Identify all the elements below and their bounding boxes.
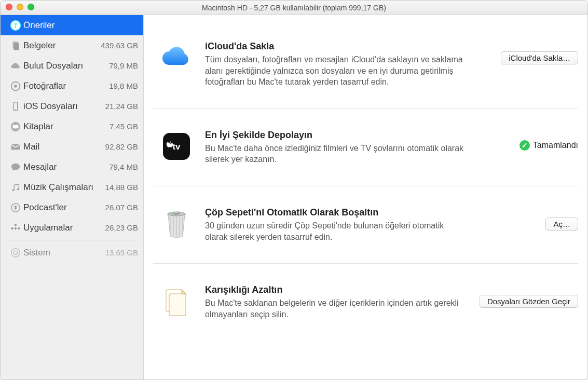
- recommendation-title: En İyi Şekilde Depolayın: [205, 130, 464, 141]
- recommendation-row: tvEn İyi Şekilde DepolayınBu Mac'te daha…: [153, 109, 578, 186]
- sidebar-item-belgeler[interactable]: Belgeler439,63 GB: [1, 35, 143, 56]
- sidebar-item-size: 14,88 GB: [105, 183, 138, 192]
- sidebar-item-size: 26,23 GB: [105, 223, 138, 232]
- sidebar-item-label: Belgeler: [23, 40, 101, 51]
- recommendation-title: Çöp Sepeti'ni Otomatik Olarak Boşaltın: [205, 207, 464, 218]
- sidebar-item-mail[interactable]: Mail92,82 GB: [1, 137, 143, 157]
- recommendations-content: iCloud'da SaklaTüm dosyaları, fotoğrafla…: [144, 15, 587, 379]
- recommendation-title: Karışıklığı Azaltın: [205, 284, 464, 295]
- status-label: Tamamlandı: [533, 141, 578, 150]
- books-icon: [8, 121, 23, 132]
- trash-icon: [158, 207, 195, 240]
- mail-icon: [8, 141, 23, 153]
- sidebar-item-label: Uygulamalar: [23, 223, 105, 233]
- recommendation-action: Aç…: [474, 207, 578, 230]
- sidebar-item-size: 19,8 MB: [109, 82, 138, 90]
- sidebar-item-foto-raflar[interactable]: Fotoğraflar19,8 MB: [1, 76, 143, 96]
- recommendation-body: En İyi Şekilde DepolayınBu Mac'te daha ö…: [205, 130, 464, 165]
- recommendation-button[interactable]: iCloud'da Sakla…: [501, 51, 578, 64]
- recommendation-action: Dosyaları Gözden Geçir: [474, 284, 578, 308]
- titlebar[interactable]: Macintosh HD - 5,27 GB kullanılabilir (t…: [1, 1, 587, 15]
- sidebar-item-label: iOS Dosyaları: [23, 101, 105, 112]
- zoom-window-button[interactable]: [28, 4, 34, 10]
- sidebar-item-label: Fotoğraflar: [23, 81, 109, 91]
- sidebar-item-size: 13,69 GB: [105, 248, 138, 257]
- sidebar-item-m-zik-al-malar-[interactable]: Müzik Çalışmaları14,88 GB: [1, 177, 143, 197]
- sidebar-item-label: Öneriler: [23, 20, 138, 31]
- sidebar-item-size: 26,07 GB: [105, 203, 138, 212]
- sidebar-item-size: 92,82 GB: [105, 142, 138, 151]
- sidebar-item-size: 79,9 MB: [109, 61, 138, 70]
- recommendation-body: iCloud'da SaklaTüm dosyaları, fotoğrafla…: [205, 41, 464, 88]
- svg-point-5: [177, 213, 180, 214]
- reduce-clutter-icon: [158, 284, 195, 320]
- sidebar-item-mesajlar[interactable]: Mesajlar79,4 MB: [1, 157, 143, 177]
- recommendation-row: Çöp Sepeti'ni Otomatik Olarak Boşaltın30…: [153, 186, 578, 264]
- sidebar-item-label: Müzik Çalışmaları: [23, 182, 105, 193]
- sidebar-item-size: 21,24 GB: [105, 102, 138, 111]
- sidebar-separator: [6, 240, 138, 240]
- sidebar-item-label: Mesajlar: [23, 162, 109, 172]
- recommendation-status: ✓Tamamlandı: [519, 140, 578, 151]
- sidebar-item-uygulamalar[interactable]: Uygulamalar26,23 GB: [1, 218, 143, 238]
- recommendation-button[interactable]: Dosyaları Gözden Geçir: [480, 295, 578, 308]
- sidebar-item-ios-dosyalar-[interactable]: iOS Dosyaları21,24 GB: [1, 96, 143, 116]
- sidebar-item-label: Mail: [23, 142, 105, 152]
- sidebar-item-podcast-ler[interactable]: Podcast'ler26,07 GB: [1, 197, 143, 218]
- traffic-lights: [6, 4, 34, 10]
- messages-icon: [8, 161, 23, 173]
- minimize-window-button[interactable]: [17, 4, 23, 10]
- photos-icon: [8, 80, 23, 92]
- music-icon: [8, 182, 23, 193]
- ios-icon: [8, 101, 23, 112]
- tip-icon: [8, 20, 23, 31]
- sidebar-item-label: Bulut Dosyaları: [23, 61, 109, 71]
- recommendation-button[interactable]: Aç…: [545, 218, 578, 230]
- cloud-icon: [8, 60, 23, 72]
- sidebar-item-size: 7,45 GB: [110, 122, 138, 131]
- window-title: Macintosh HD - 5,27 GB kullanılabilir (t…: [1, 4, 587, 12]
- recommendation-body: Çöp Sepeti'ni Otomatik Olarak Boşaltın30…: [205, 207, 464, 242]
- checkmark-icon: ✓: [519, 140, 530, 151]
- documents-icon: [8, 40, 23, 51]
- close-window-button[interactable]: [6, 4, 12, 10]
- recommendation-row: Karışıklığı AzaltınBu Mac'te saklanan be…: [153, 264, 578, 341]
- recommendation-row: iCloud'da SaklaTüm dosyaları, fotoğrafla…: [153, 20, 578, 109]
- recommendation-desc: Bu Mac'te saklanan belgelerin ve diğer i…: [205, 297, 464, 320]
- recommendation-desc: 30 günden uzun süredir Çöp Sepeti'nde bu…: [205, 220, 464, 242]
- svg-text:tv: tv: [172, 142, 181, 152]
- sidebar-item-label: Podcast'ler: [23, 202, 105, 213]
- appletv-icon: tv: [158, 130, 195, 161]
- recommendation-desc: Tüm dosyaları, fotoğrafları ve mesajları…: [205, 54, 464, 88]
- apps-icon: [8, 222, 23, 234]
- sidebar-item-size: 79,4 MB: [109, 162, 138, 171]
- sidebar-item-bulut-dosyalar-[interactable]: Bulut Dosyaları79,9 MB: [1, 56, 143, 76]
- sidebar-item-kitaplar[interactable]: Kitaplar7,45 GB: [1, 116, 143, 137]
- sidebar-item-label: Kitaplar: [23, 121, 110, 132]
- recommendation-body: Karışıklığı AzaltınBu Mac'te saklanan be…: [205, 284, 464, 320]
- sidebar: ÖnerilerBelgeler439,63 GBBulut Dosyaları…: [1, 15, 144, 379]
- sidebar-item--neriler[interactable]: Öneriler: [1, 15, 143, 35]
- sidebar-item-sistem[interactable]: Sistem13,69 GB: [1, 242, 143, 263]
- window-body: ÖnerilerBelgeler439,63 GBBulut Dosyaları…: [1, 15, 587, 379]
- sidebar-item-size: 439,63 GB: [101, 41, 138, 50]
- icloud-large-icon: [158, 41, 195, 68]
- storage-management-window: Macintosh HD - 5,27 GB kullanılabilir (t…: [0, 0, 588, 380]
- svg-point-4: [172, 213, 175, 214]
- recommendation-title: iCloud'da Sakla: [205, 41, 464, 52]
- sidebar-item-label: Sistem: [23, 248, 105, 258]
- recommendation-action: ✓Tamamlandı: [474, 130, 578, 151]
- svg-point-6: [174, 213, 177, 214]
- recommendation-desc: Bu Mac'te daha önce izlediğiniz filmleri…: [205, 143, 464, 165]
- svg-rect-8: [169, 294, 186, 316]
- system-icon: [8, 247, 23, 259]
- podcast-icon: [8, 202, 23, 213]
- recommendation-action: iCloud'da Sakla…: [474, 41, 578, 64]
